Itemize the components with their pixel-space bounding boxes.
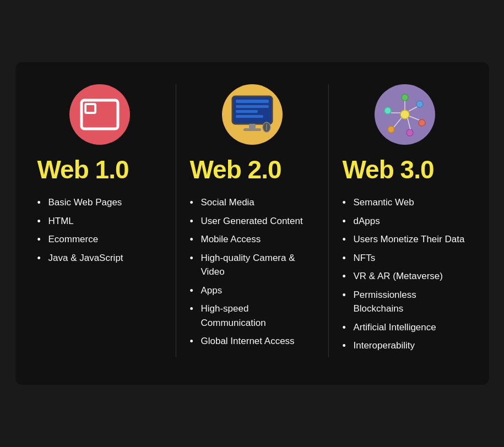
svg-point-13 <box>416 101 423 107</box>
list-item: High-quality Camera & Video <box>190 251 315 279</box>
main-container: Web 1.0 Basic Web Pages HTML Ecommerce J… <box>15 62 489 385</box>
web3-title: Web 3.0 <box>343 155 434 184</box>
svg-line-21 <box>408 118 410 129</box>
list-item: NFTs <box>343 251 467 265</box>
network-icon <box>382 92 427 137</box>
svg-point-12 <box>402 94 408 101</box>
svg-point-15 <box>407 129 413 136</box>
svg-line-19 <box>409 107 417 111</box>
list-item: Artificial Intelligence <box>343 320 467 335</box>
web3-icon-circle <box>375 84 435 145</box>
svg-rect-6 <box>236 115 263 118</box>
list-item: Semantic Web <box>343 195 467 210</box>
svg-point-16 <box>388 126 394 133</box>
web1-title: Web 1.0 <box>37 155 129 184</box>
list-item: Social Media <box>190 195 315 210</box>
divider-1 <box>176 84 176 357</box>
web2-icon-circle <box>222 84 283 145</box>
list-item: HTML <box>37 214 123 228</box>
monitor-icon <box>230 95 274 134</box>
web3-list: Semantic Web dApps Users Monetize Their … <box>343 195 467 357</box>
svg-point-17 <box>384 107 391 114</box>
svg-line-20 <box>409 116 419 120</box>
list-item: High-speed Communication <box>190 302 315 330</box>
svg-rect-5 <box>236 110 258 113</box>
list-item: Global Internet Access <box>190 334 315 348</box>
svg-point-14 <box>419 119 425 126</box>
list-item: Java & JavaScript <box>37 251 123 265</box>
list-item: Basic Web Pages <box>37 195 123 210</box>
svg-rect-7 <box>249 124 256 128</box>
web2-column: Web 2.0 Social Media User Generated Cont… <box>185 84 320 357</box>
list-item: Users Monetize Their Data <box>343 232 467 247</box>
list-item: VR & AR (Metaverse) <box>343 269 467 284</box>
list-item: Ecommerce <box>37 232 123 247</box>
list-item: Apps <box>190 284 315 298</box>
web2-title: Web 2.0 <box>190 155 281 184</box>
web1-icon-circle <box>69 84 130 145</box>
web1-list: Basic Web Pages HTML Ecommerce Java & Ja… <box>37 195 123 269</box>
svg-rect-1 <box>85 104 95 113</box>
web1-column: Web 1.0 Basic Web Pages HTML Ecommerce J… <box>32 84 167 357</box>
browser-icon <box>80 99 120 130</box>
svg-rect-8 <box>243 128 261 131</box>
list-item: Permissionless Blockchains <box>343 288 467 316</box>
list-item: User Generated Content <box>190 214 315 228</box>
web3-column: Web 3.0 Semantic Web dApps Users Monetiz… <box>337 84 473 357</box>
svg-line-22 <box>394 118 402 127</box>
web2-list: Social Media User Generated Content Mobi… <box>190 195 315 353</box>
list-item: dApps <box>343 214 467 228</box>
svg-point-11 <box>400 110 409 119</box>
list-item: Mobile Access <box>190 232 315 247</box>
svg-rect-4 <box>236 105 269 108</box>
svg-rect-3 <box>236 100 269 103</box>
list-item: Interoperability <box>343 339 467 353</box>
divider-2 <box>328 84 329 357</box>
